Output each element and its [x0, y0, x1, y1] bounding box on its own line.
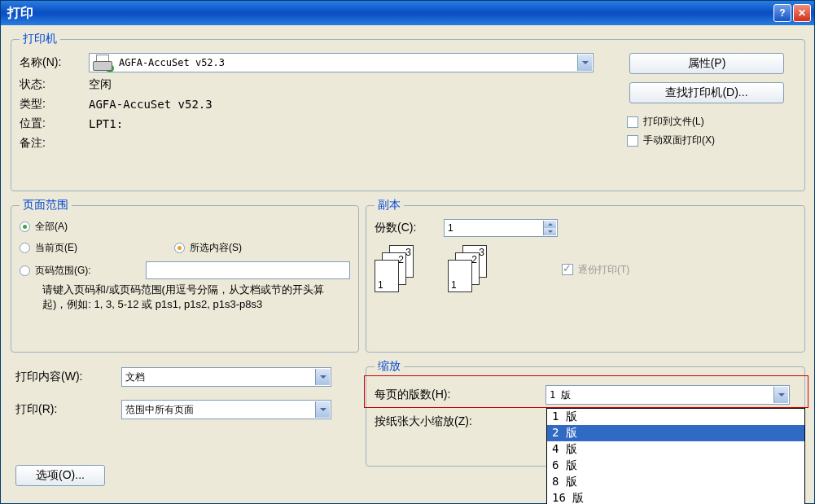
- spin-down-icon[interactable]: [543, 228, 556, 235]
- status-label: 状态:: [20, 77, 89, 92]
- dropdown-item[interactable]: 6 版: [547, 458, 804, 474]
- collate-preview-2: 3 2 1: [448, 245, 497, 294]
- print-what-value: 文档: [125, 370, 145, 384]
- spin-up-icon[interactable]: [543, 221, 556, 228]
- print-dialog: 打印 ? ✕ 打印机 名称(N): ✓ AGFA-AccuSet v52.3 状…: [0, 0, 815, 504]
- printer-legend: 打印机: [20, 32, 60, 46]
- radio-icon: [20, 243, 30, 253]
- page-range-hint: 请键入页码和/或页码范围(用逗号分隔，从文档或节的开头算起)，例如: 1, 3,…: [42, 283, 344, 312]
- radio-icon: [20, 221, 30, 232]
- collate-preview-1: 3 2 1: [375, 245, 423, 294]
- radio-selection[interactable]: 所选内容(S): [174, 240, 242, 255]
- checkbox-icon: [562, 264, 573, 275]
- dialog-title: 打印: [7, 5, 772, 22]
- printer-name-select[interactable]: ✓ AGFA-AccuSet v52.3: [89, 53, 594, 72]
- location-value: LPT1:: [89, 117, 123, 130]
- copies-count-spinner[interactable]: 1: [444, 219, 558, 237]
- pages-input[interactable]: [146, 261, 350, 279]
- dropdown-item[interactable]: 4 版: [547, 441, 804, 458]
- radio-icon: [20, 265, 30, 276]
- type-value: AGFA-AccuSet v52.3: [89, 98, 213, 111]
- printer-group: 打印机 名称(N): ✓ AGFA-AccuSet v52.3 状态:空闲 类型…: [11, 32, 805, 191]
- close-button[interactable]: ✕: [793, 4, 811, 22]
- manual-duplex-checkbox[interactable]: 手动双面打印(X): [627, 134, 796, 147]
- chevron-down-icon[interactable]: [577, 55, 592, 71]
- pages-per-sheet-select[interactable]: 1 版: [546, 385, 790, 405]
- print-what-select[interactable]: 文档: [121, 367, 331, 387]
- copies-count-label: 份数(C):: [375, 221, 444, 235]
- find-printer-button[interactable]: 查找打印机(D)...: [629, 82, 784, 103]
- print-what-label: 打印内容(W):: [15, 370, 121, 384]
- radio-pages[interactable]: 页码范围(G):: [20, 263, 146, 278]
- chevron-down-icon[interactable]: [773, 387, 788, 403]
- printer-icon: ✓: [93, 55, 112, 71]
- comment-label: 备注:: [20, 136, 89, 151]
- dropdown-item[interactable]: 8 版: [547, 474, 804, 490]
- print-which-value: 范围中所有页面: [125, 403, 194, 417]
- checkbox-icon: [627, 116, 638, 128]
- print-which-select[interactable]: 范围中所有页面: [121, 400, 331, 419]
- copies-count-value: 1: [448, 222, 454, 234]
- radio-icon: [174, 243, 185, 253]
- page-range-group: 页面范围 全部(A) 当前页(E) 所选内容(S) 页码范围(G): 请键入页码…: [11, 198, 359, 353]
- scale-to-paper-label: 按纸张大小缩放(Z):: [375, 414, 546, 429]
- pages-per-sheet-dropdown[interactable]: 1 版2 版4 版6 版8 版16 版: [546, 408, 805, 504]
- pages-per-sheet-value: 1 版: [550, 388, 571, 402]
- dropdown-item[interactable]: 2 版: [547, 425, 804, 441]
- chevron-down-icon[interactable]: [315, 401, 330, 418]
- print-to-file-checkbox[interactable]: 打印到文件(L): [627, 115, 796, 129]
- dropdown-item[interactable]: 16 版: [547, 490, 804, 504]
- copies-legend: 副本: [375, 198, 404, 213]
- status-value: 空闲: [89, 77, 112, 92]
- properties-button[interactable]: 属性(P): [629, 53, 784, 74]
- collate-checkbox: 逐份打印(T): [562, 263, 629, 277]
- checkbox-icon: [627, 135, 638, 147]
- radio-current[interactable]: 当前页(E): [20, 240, 174, 255]
- radio-all[interactable]: 全部(A): [20, 219, 68, 232]
- page-range-legend: 页面范围: [20, 198, 72, 213]
- dropdown-item[interactable]: 1 版: [547, 409, 804, 425]
- titlebar: 打印 ? ✕: [1, 1, 814, 25]
- pages-per-sheet-label: 每页的版数(H):: [375, 388, 546, 402]
- print-which-label: 打印(R):: [15, 402, 121, 417]
- type-label: 类型:: [20, 97, 89, 112]
- printer-name-value: AGFA-AccuSet v52.3: [119, 57, 225, 68]
- printer-name-label: 名称(N):: [20, 55, 89, 70]
- location-label: 位置:: [20, 116, 89, 131]
- copies-group: 副本 份数(C): 1 3 2 1 3 2 1 逐份打印(T): [366, 198, 805, 353]
- help-button[interactable]: ?: [773, 4, 791, 22]
- options-button[interactable]: 选项(O)...: [15, 465, 105, 486]
- chevron-down-icon[interactable]: [315, 369, 330, 385]
- zoom-legend: 缩放: [375, 359, 404, 374]
